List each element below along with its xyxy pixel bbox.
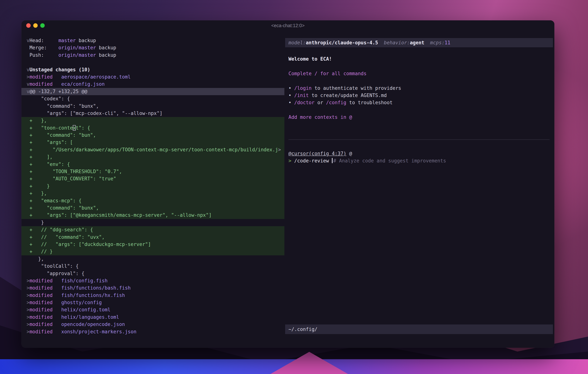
minimize-button[interactable] [33, 23, 38, 28]
hint-complete: Complete / for all commands [285, 70, 554, 77]
text-line[interactable]: >modified opencode/opencode.json [21, 321, 284, 328]
text-line[interactable]: Push: origin/master backup [21, 52, 284, 59]
text-line[interactable]: + "AUTO_CONVERT": "true" [21, 175, 284, 182]
text-line[interactable]: + "toon-context": { [21, 124, 284, 132]
model-label: model: [288, 40, 306, 45]
text-line[interactable]: Merge: origin/master backup [21, 44, 284, 51]
mcps-label: mcps: [430, 40, 444, 45]
window-titlebar[interactable]: <eca-chat:12:0> [21, 20, 554, 31]
behavior-value: agent [410, 40, 424, 45]
text-line[interactable]: + }, [21, 190, 284, 197]
context-chip-line[interactable]: @cursor(config 4:37) @ [285, 150, 554, 157]
text-line[interactable]: >modified helix/config.toml [21, 306, 284, 313]
text-line[interactable]: + // } [21, 248, 284, 255]
text-line[interactable]: "codex": { [21, 95, 284, 102]
text-line[interactable]: } [21, 219, 284, 226]
text-line[interactable]: >modified ghostty/config [21, 299, 284, 306]
text-line [285, 143, 554, 150]
text-line[interactable]: >modified helix/languages.toml [21, 314, 284, 321]
text-segment: + "emacs-mcp": { [27, 198, 82, 203]
text-segment: origin/master [58, 52, 96, 58]
text-segment: modified [30, 321, 61, 327]
text-line[interactable]: >modified xonsh/project-markers.json [21, 328, 284, 335]
text-line[interactable]: + "args": [ [21, 139, 284, 146]
text-line[interactable]: + "TOON_THRESHOLD": "0.7", [21, 168, 284, 175]
text-segment: helix/config.toml [61, 307, 110, 312]
zoom-button[interactable] [40, 23, 45, 28]
text-line[interactable]: + "args": ["@keegancsmith/emacs-mcp-serv… [21, 212, 284, 219]
text-line[interactable]: >modified fish/config.fish [21, 277, 284, 284]
text-segment: /code-review [294, 158, 332, 163]
text-line [285, 135, 554, 143]
text-line[interactable]: "approval": { [21, 270, 284, 277]
text-segment: + "toon-conte [27, 125, 73, 131]
text-segment: > [27, 307, 30, 312]
text-segment: > [27, 329, 30, 334]
text-line[interactable]: + }, [21, 117, 284, 124]
welcome-message: Welcome to ECA! [285, 55, 554, 63]
text-line[interactable]: >modified aerospace/aerospace.toml [21, 73, 284, 81]
text-segment: > [278, 147, 281, 152]
spacer [378, 40, 384, 45]
text-segment: • [288, 93, 294, 98]
text-segment: origin/master [58, 45, 96, 51]
magit-status-buffer[interactable]: vHead: master backup Merge: origin/maste… [21, 31, 284, 348]
text-line[interactable]: vmodified eca/config.json [21, 81, 284, 88]
text-segment: "command": "bunx", [27, 103, 99, 109]
eca-chat-panel: model:anthropic/claude-opus-4.5 behavior… [285, 31, 554, 348]
text-segment: eca/config.json [61, 81, 105, 87]
close-button[interactable] [26, 23, 31, 28]
text-line[interactable]: "command": "bunx", [21, 103, 284, 110]
text-segment: > [27, 300, 30, 305]
text-segment: modified [30, 300, 61, 305]
text-segment: /config [326, 100, 346, 105]
text-line[interactable]: + // "args": ["duckduckgo-mcp-server"] [21, 241, 284, 248]
text-line[interactable]: >modified fish/functions/bash.fish [21, 284, 284, 292]
text-segment: opencode/opencode.json [61, 321, 125, 327]
text-segment: Add more contexts in @ [288, 114, 352, 120]
text-line[interactable]: vUnstaged changes (10) [21, 66, 284, 73]
text-segment: + // } [27, 249, 53, 254]
text-segment: + // "args": ["duckduckgo-mcp-server"] [27, 242, 151, 247]
text-segment: modified [30, 314, 61, 320]
text-segment: master [58, 38, 76, 43]
text-line[interactable]: + "env": { [21, 161, 284, 168]
text-segment: + "TOON_THRESHOLD": "0.7", [27, 169, 122, 174]
text-line[interactable]: "toolCall": { [21, 263, 284, 270]
text-segment: Complete / for all commands [288, 71, 367, 76]
text-line[interactable] [21, 59, 284, 66]
text-segment: + } [27, 183, 50, 189]
text-segment: @cursor(config 4:37) [288, 151, 346, 156]
text-segment: modified [30, 329, 61, 334]
text-line [285, 77, 554, 85]
emacs-window: <eca-chat:12:0> vHead: master backup Mer… [21, 20, 554, 348]
text-line[interactable]: >modified fish/functions/hx.fish [21, 292, 284, 299]
chat-model-header[interactable]: model:anthropic/claude-opus-4.5 behavior… [285, 38, 553, 47]
text-segment: t": { [76, 125, 90, 131]
text-line[interactable]: v@@ -132,7 +132,25 @@ [21, 88, 284, 95]
text-segment: to create/update AGENTS.md [309, 93, 387, 98]
chat-body: Welcome to ECA! Complete / for all comma… [285, 55, 554, 165]
text-segment: + "args": ["@keegancsmith/emacs-mcp-serv… [27, 212, 212, 218]
text-line[interactable]: + "emacs-mcp": { [21, 197, 284, 204]
text-line[interactable]: }, [21, 255, 284, 263]
text-line[interactable]: + // "command": "uvx", [21, 234, 284, 241]
text-segment: • [288, 85, 294, 91]
separator-line [288, 139, 550, 140]
chat-input-line[interactable]: > /code-review # Analyze code and sugges… [285, 157, 554, 164]
text-segment: }, [27, 256, 44, 262]
text-line[interactable]: + "/Users/darkawower/apps/TOON-context-m… [21, 146, 284, 153]
text-segment: # Analyze code and suggest improvements [333, 158, 446, 163]
text-segment: ghostty/config [61, 300, 102, 305]
hint-login: • /login to authenticate with providers [285, 85, 554, 92]
text-line[interactable]: + ], [21, 153, 284, 160]
text-line[interactable]: "args": ["mcp-codex-cli", "--allow-npx"] [21, 110, 284, 117]
text-segment: @@ -132,7 +132,25 @@ [30, 89, 87, 94]
text-line[interactable]: + "command": "bun", [21, 132, 284, 139]
text-line[interactable]: + "command": "bunx", [21, 204, 284, 212]
text-line[interactable]: + // "ddg-search": { [21, 226, 284, 233]
text-segment: > [27, 74, 30, 80]
hint-doctor: • /doctor or /config to troubleshoot [285, 99, 554, 106]
text-line[interactable]: + } [21, 182, 284, 190]
text-line[interactable]: vHead: master backup [21, 37, 284, 44]
